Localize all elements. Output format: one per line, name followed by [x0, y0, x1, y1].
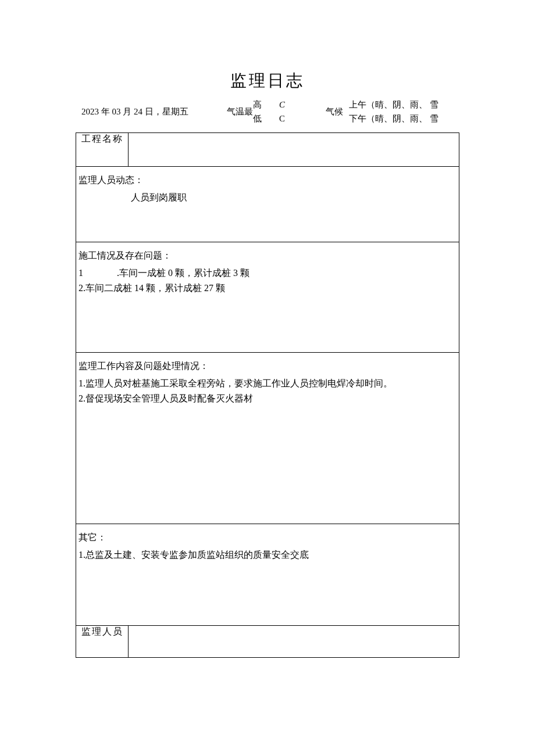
personnel-line: 人员到岗履职 — [79, 190, 456, 205]
other-section: 其它： 1.总监及土建、安装专监参加质监站组织的质量安全交底 — [76, 524, 459, 568]
table-row: 工程名称 — [76, 133, 459, 167]
item-text: .车间一成桩 0 颗，累计成桩 3 颗 — [117, 266, 249, 281]
table-row: 其它： 1.总监及土建、安装专监参加质监站组织的质量安全交底 — [76, 524, 459, 626]
supervision-heading: 监理工作内容及问题处理情况： — [79, 359, 456, 374]
header-meta: 2023 年 03 月 24 日，星期五 气温最 高 C 低 C 气候 上午（晴… — [76, 98, 459, 126]
list-item: 2.车间二成桩 14 颗，累计成桩 27 颗 — [79, 281, 456, 296]
date-text: 2023 年 03 月 24 日，星期五 — [76, 106, 227, 117]
list-item: 1.总监及土建、安装专监参加质监站组织的质量安全交底 — [79, 547, 456, 562]
list-item: 1.监理人员对桩基施工采取全程旁站，要求施工作业人员控制电焊冷却时间。 — [79, 376, 456, 391]
weather-pm: 下午（晴、阴、雨、 雪 — [349, 112, 438, 126]
construction-heading: 施工情况及存在问题： — [79, 248, 456, 263]
page-title: 监理日志 — [76, 70, 459, 92]
construction-section: 施工情况及存在问题： 1 .车间一成桩 0 颗，累计成桩 3 颗 2.车间二成桩… — [76, 242, 459, 302]
supervision-section: 监理工作内容及问题处理情况： 1.监理人员对桩基施工采取全程旁站，要求施工作业人… — [76, 353, 459, 412]
weather-am: 上午（晴、阴、雨、 雪 — [349, 98, 438, 112]
log-table: 工程名称 监理人员动态： 人员到岗履职 施工情况及存在问题： 1 .车间一成桩 … — [76, 132, 459, 658]
table-row: 监理人员动态： 人员到岗履职 — [76, 167, 459, 242]
list-item: 1 .车间一成桩 0 颗，累计成桩 3 颗 — [79, 266, 456, 281]
personnel-heading: 监理人员动态： — [79, 173, 456, 188]
personnel-section: 监理人员动态： 人员到岗履职 — [76, 167, 459, 211]
table-row: 监理人员 — [76, 626, 459, 658]
signer-value — [129, 626, 459, 658]
temp-high-label: 高 — [253, 98, 262, 112]
weather-label: 气候 — [326, 98, 343, 126]
table-row: 施工情况及存在问题： 1 .车间一成桩 0 颗，累计成桩 3 颗 2.车间二成桩… — [76, 242, 459, 353]
weather-block: 气候 上午（晴、阴、雨、 雪 下午（晴、阴、雨、 雪 — [326, 98, 438, 126]
project-name-label: 工程名称 — [76, 133, 129, 167]
temp-low-unit: C — [279, 112, 285, 126]
item-number: 1 — [79, 266, 84, 281]
project-name-value — [129, 133, 459, 167]
temp-label: 气温最 — [227, 98, 253, 126]
list-item: 2.督促现场安全管理人员及时配备灭火器材 — [79, 391, 456, 406]
temperature-block: 气温最 高 C 低 C — [227, 98, 326, 126]
table-row: 监理工作内容及问题处理情况： 1.监理人员对桩基施工采取全程旁站，要求施工作业人… — [76, 353, 459, 524]
signer-label: 监理人员 — [76, 626, 129, 658]
temp-high-unit: C — [279, 98, 285, 112]
other-heading: 其它： — [79, 530, 456, 545]
temp-low-label: 低 — [253, 112, 262, 126]
